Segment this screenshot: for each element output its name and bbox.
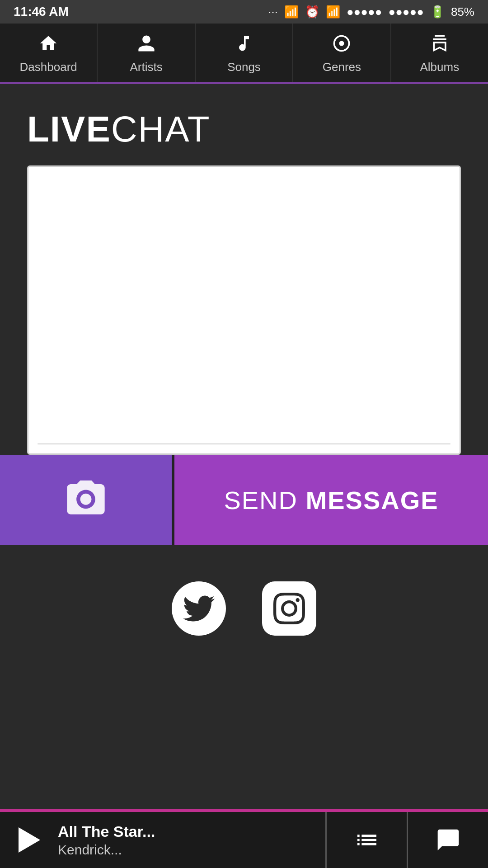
now-playing-info: All The Star... Kendrick... [0,823,325,858]
chat-scroll-indicator [38,443,450,444]
livechat-title-light: CHAT [111,109,211,149]
action-row: SEND MESSAGE [0,455,488,545]
send-button-label: SEND MESSAGE [224,486,438,515]
twitter-button[interactable] [172,581,226,636]
chat-messages [28,167,460,453]
status-time: 11:46 AM [14,5,69,19]
signal-bars-icon: ●●●●● [347,5,382,19]
status-bar: 11:46 AM ··· 📶 ⏰ 📶 ●●●●● ●●●●● 🔋 85% [0,0,488,24]
albums-icon [430,33,450,57]
tab-dashboard[interactable]: Dashboard [0,24,98,82]
main-content: LIVECHAT [0,84,488,455]
status-icons: ··· 📶 ⏰ 📶 ●●●●● ●●●●● 🔋 85% [268,5,474,19]
play-button[interactable] [14,824,45,856]
songs-icon [234,33,254,57]
home-icon [38,33,58,57]
tab-songs[interactable]: Songs [196,24,293,82]
instagram-icon [273,593,305,624]
tab-genres[interactable]: Genres [293,24,391,82]
play-icon [19,827,40,853]
camera-button[interactable] [0,455,172,545]
wifi-icon: 📶 [326,5,340,19]
nav-tabs: Dashboard Artists Songs Genres Albums [0,24,488,84]
genres-icon [332,33,352,57]
tab-artists[interactable]: Artists [98,24,195,82]
alarm-icon: ⏰ [305,5,319,19]
livechat-title: LIVECHAT [27,111,461,147]
now-playing-bar: All The Star... Kendrick... [0,809,488,868]
social-row [0,545,488,663]
send-message-button[interactable]: SEND MESSAGE [172,455,488,545]
tab-genres-label: Genres [323,60,361,74]
svg-point-1 [339,41,344,46]
track-info: All The Star... Kendrick... [58,823,155,858]
signal-bars-2-icon: ●●●●● [388,5,424,19]
track-title: All The Star... [58,823,155,840]
twitter-icon [183,593,215,624]
queue-icon [354,827,380,853]
tab-albums[interactable]: Albums [391,24,488,82]
tab-artists-label: Artists [130,60,162,74]
battery-percent: 85% [451,5,474,19]
track-artist: Kendrick... [58,842,155,858]
tab-dashboard-label: Dashboard [20,60,77,74]
livechat-title-bold: LIVE [27,109,111,149]
camera-icon [63,476,108,524]
chat-button[interactable] [407,812,488,868]
now-playing-controls [325,812,488,868]
signal-dots-icon: ··· [268,5,278,19]
instagram-button[interactable] [262,581,316,636]
chat-icon [436,827,461,853]
chat-box[interactable] [27,165,461,455]
queue-button[interactable] [325,812,407,868]
bluetooth-icon: 📶 [284,5,299,19]
battery-icon: 🔋 [430,5,445,19]
artists-icon [136,33,156,57]
tab-songs-label: Songs [227,60,261,74]
tab-albums-label: Albums [420,60,459,74]
